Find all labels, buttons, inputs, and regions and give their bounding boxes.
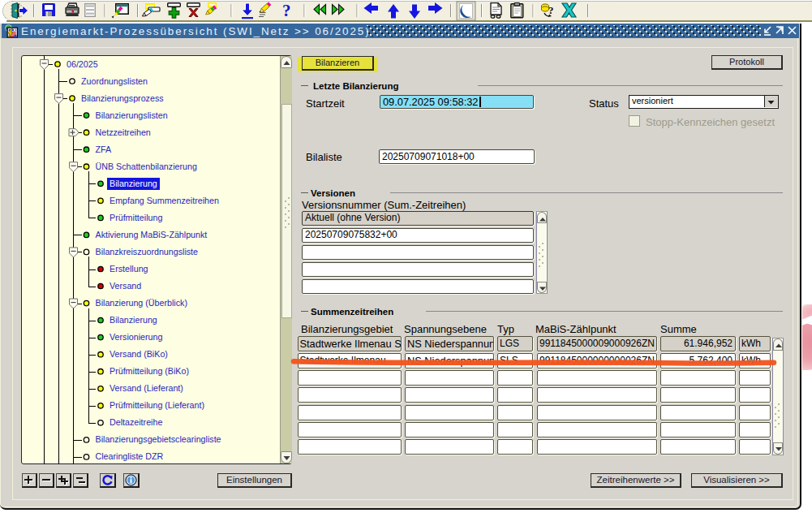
svg-text:?: ? <box>282 1 291 20</box>
